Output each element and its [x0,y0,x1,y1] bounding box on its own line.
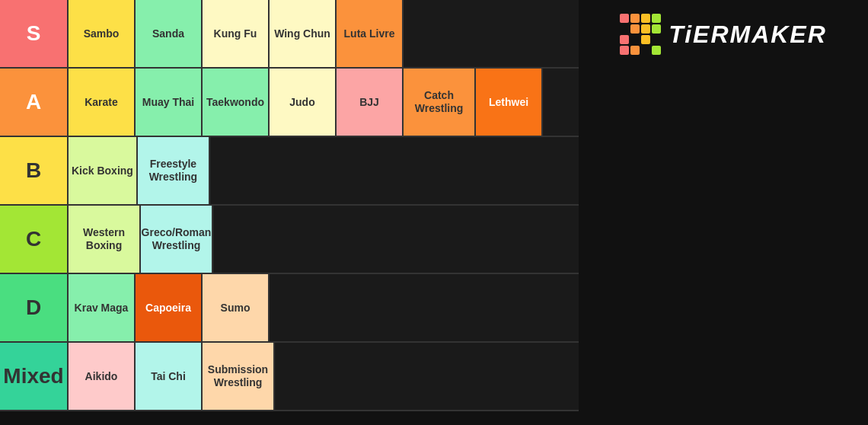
tier-item[interactable]: Greco/Roman Wrestling [141,206,213,273]
tier-item[interactable]: Sanda [136,0,203,67]
tier-row-mixed: MixedAikidoTai ChiSubmission Wrestling [0,343,579,411]
tier-label-d: D [0,274,69,341]
tier-item[interactable]: Judo [270,69,337,136]
tier-item[interactable]: Western Boxing [69,206,141,273]
tier-row-s: SSamboSandaKung FuWing ChunLuta Livre [0,0,579,69]
tier-label-c: C [0,206,69,273]
tier-item[interactable]: Submission Wrestling [203,343,275,410]
tier-label-a: A [0,69,69,136]
logo-grid [620,14,661,55]
tier-item[interactable]: Tai Chi [136,343,203,410]
tier-item[interactable]: Capoeira [136,274,203,341]
tier-items-a: KarateMuay ThaiTaekwondoJudoBJJCatch Wre… [69,69,579,136]
tier-items-d: Krav MagaCapoeiraSumo [69,274,579,341]
tier-items-s: SamboSandaKung FuWing ChunLuta Livre [69,0,579,67]
tier-item[interactable]: BJJ [337,69,404,136]
tier-item[interactable]: Taekwondo [203,69,270,136]
tiermaker-logo: TiERMAKER [620,14,827,55]
tier-item[interactable]: Lethwei [476,69,543,136]
tier-row-a: AKarateMuay ThaiTaekwondoJudoBJJCatch Wr… [0,69,579,137]
tier-item[interactable]: Luta Livre [337,0,404,67]
tier-row-c: CWestern BoxingGreco/Roman Wrestling [0,206,579,274]
tier-item[interactable]: Sumo [203,274,270,341]
tier-label-s: S [0,0,69,67]
tier-table: SSamboSandaKung FuWing ChunLuta LivreAKa… [0,0,579,411]
tier-item[interactable]: Kung Fu [203,0,270,67]
tier-item[interactable]: Muay Thai [136,69,203,136]
header: TiERMAKER [579,0,868,69]
logo-text: TiERMAKER [669,21,827,49]
tier-item[interactable]: Wing Chun [270,0,337,67]
tier-items-mixed: AikidoTai ChiSubmission Wrestling [69,343,579,410]
tier-items-b: Kick BoxingFreestyle Wrestling [69,137,579,204]
tier-label-b: B [0,137,69,204]
tier-item[interactable]: Krav Maga [69,274,136,341]
tier-row-b: BKick BoxingFreestyle Wrestling [0,137,579,206]
tier-item[interactable]: Freestyle Wrestling [138,137,210,204]
tier-label-mixed: Mixed [0,343,69,410]
tier-row-d: DKrav MagaCapoeiraSumo [0,274,579,343]
tier-item[interactable]: Sambo [69,0,136,67]
tier-item[interactable]: Catch Wrestling [404,69,476,136]
page-container: TiERMAKER SSamboSandaKung FuWing ChunLut… [0,0,868,425]
tier-item[interactable]: Karate [69,69,136,136]
tier-item[interactable]: Aikido [69,343,136,410]
tier-item[interactable]: Kick Boxing [69,137,138,204]
tier-items-c: Western BoxingGreco/Roman Wrestling [69,206,579,273]
